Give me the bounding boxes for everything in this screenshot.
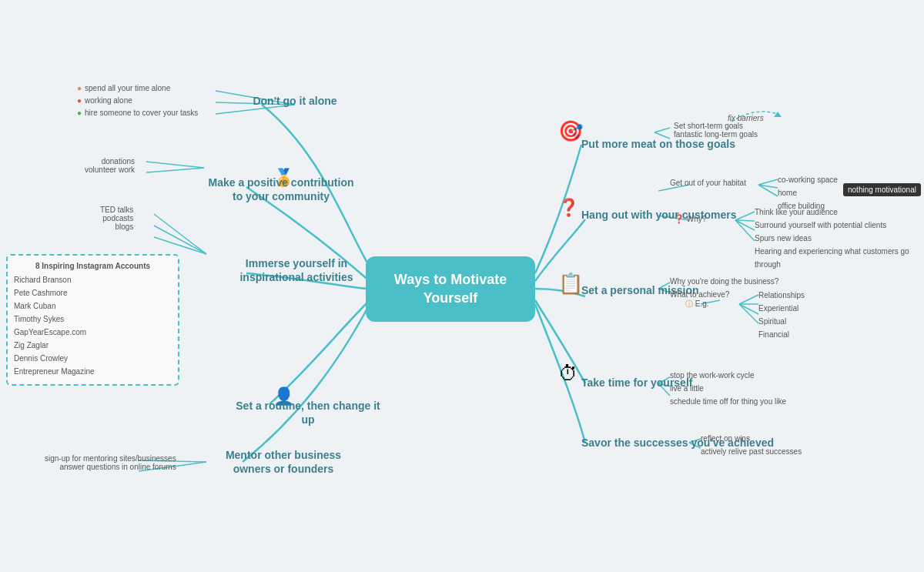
- why-label: ❓ Why?: [674, 214, 706, 224]
- eg-label: ⓘ E.g.: [685, 299, 709, 309]
- icon-customers: ❓: [558, 198, 579, 218]
- svg-marker-12: [774, 112, 782, 117]
- instagram-accounts-box: 8 Inspiring Instagram Accounts Richard B…: [6, 254, 179, 386]
- central-title: Ways to Motivate Yourself: [366, 271, 535, 307]
- leaves-dont-go-alone: ●spend all your time alone ●working alon…: [77, 82, 198, 119]
- icon-time: ⏱: [558, 362, 578, 386]
- svg-line-10: [654, 128, 670, 132]
- branch-dont-go-alone: Don't go it alone: [253, 94, 336, 108]
- time-leaves: stop the work-work cycle live a little s…: [670, 369, 786, 408]
- svg-line-28: [739, 304, 758, 323]
- leaves-positive-contribution: donations volunteer work: [85, 157, 135, 174]
- branch-mentor: Mentor other business owners or founders: [206, 448, 360, 476]
- fix-barriers: fix barriers: [728, 114, 764, 122]
- eg-items: Relationships Experiential Spiritual Fin…: [758, 289, 805, 341]
- branch-positive-contribution: Make a positive contribution to your com…: [204, 176, 358, 203]
- leaves-goals: Set short-term goals fantastic long-term…: [674, 122, 758, 139]
- icon-mission: 📋: [558, 272, 583, 296]
- leaves-inspirational: TED talks podcasts blogs: [100, 206, 133, 231]
- svg-line-6: [154, 226, 206, 254]
- central-node: Ways to Motivate Yourself: [366, 256, 535, 322]
- svg-line-7: [154, 237, 206, 254]
- svg-line-15: [758, 185, 778, 188]
- svg-line-5: [154, 214, 206, 254]
- leaves-mentor: sign-up for mentoring sites/businesses a…: [45, 454, 176, 471]
- why-items: Think like your audience Surround yourse…: [755, 206, 924, 271]
- svg-line-27: [739, 304, 758, 314]
- badge-nothing-motivational: nothing motivational: [843, 183, 921, 196]
- successes-leaves: reflect on wins actively relive past suc…: [701, 432, 802, 458]
- habitat-label: Get out of your habitat: [670, 179, 746, 187]
- icon-goals: 🎯: [558, 119, 583, 143]
- svg-line-16: [758, 185, 778, 196]
- svg-line-14: [758, 179, 778, 185]
- branch-routine: Set a routine, then change it up: [231, 399, 385, 426]
- svg-line-19: [735, 220, 755, 221]
- branch-goals: Put more meat on those goals: [581, 137, 735, 151]
- svg-line-4: [146, 168, 204, 172]
- svg-line-21: [735, 220, 755, 241]
- branch-inspirational: Immerse yourself in inspirational activi…: [216, 256, 377, 284]
- svg-line-18: [735, 212, 755, 220]
- svg-line-20: [735, 220, 755, 230]
- svg-line-3: [146, 162, 204, 168]
- branch-customers: Hang out with your customers: [581, 208, 736, 222]
